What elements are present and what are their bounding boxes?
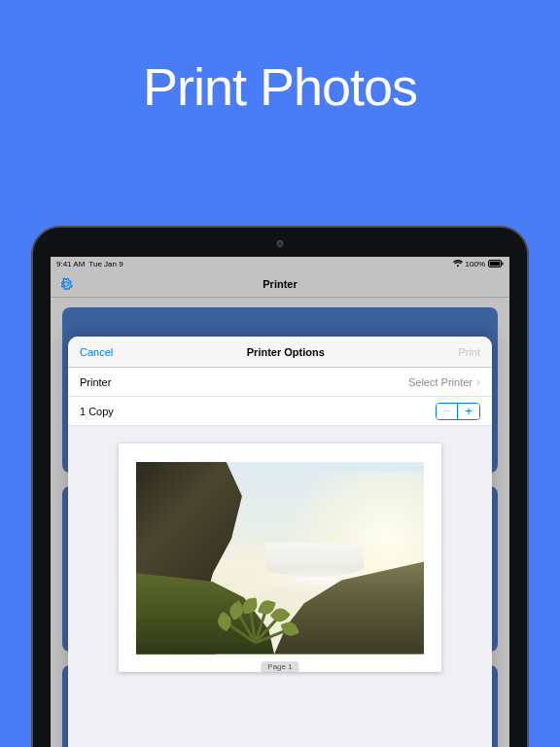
copies-row: 1 Copy − +: [68, 397, 492, 426]
nav-bar: Printer: [51, 270, 509, 298]
modal-title: Printer Options: [247, 346, 325, 358]
battery-icon: [488, 260, 504, 267]
svg-rect-2: [502, 263, 503, 266]
printer-row-value: Select Printer: [408, 376, 472, 388]
device-frame: 9:41 AM Tue Jan 9 100% Printer: [31, 226, 529, 747]
stepper-minus-button[interactable]: −: [437, 404, 458, 419]
printer-options-modal: Cancel Printer Options Print Printer Sel…: [68, 337, 492, 747]
stepper-plus-button[interactable]: +: [458, 404, 479, 419]
print-preview-area: Page 1: [68, 426, 492, 747]
print-button[interactable]: Print: [458, 346, 480, 358]
preview-photo: [136, 462, 424, 655]
chevron-right-icon: ›: [476, 375, 480, 389]
cancel-button[interactable]: Cancel: [80, 346, 113, 358]
status-date: Tue Jan 9: [88, 260, 122, 268]
wifi-icon: [453, 260, 463, 267]
status-bar: 9:41 AM Tue Jan 9 100%: [51, 257, 509, 270]
device-screen: 9:41 AM Tue Jan 9 100% Printer: [51, 257, 509, 747]
modal-header: Cancel Printer Options Print: [68, 337, 492, 368]
device-camera: [277, 240, 284, 247]
print-preview-page[interactable]: Page 1: [119, 444, 441, 672]
status-battery-pct: 100%: [466, 260, 485, 268]
copies-stepper: − +: [436, 403, 480, 420]
page-label: Page 1: [261, 661, 298, 672]
gear-icon: [58, 276, 74, 292]
nav-title: Printer: [262, 278, 297, 290]
svg-rect-1: [490, 262, 501, 267]
printer-row[interactable]: Printer Select Printer ›: [68, 368, 492, 397]
settings-button[interactable]: [58, 276, 74, 292]
status-time: 9:41 AM: [56, 260, 85, 268]
printer-row-label: Printer: [80, 376, 111, 388]
marketing-title: Print Photos: [0, 56, 560, 117]
copies-row-label: 1 Copy: [80, 406, 114, 417]
